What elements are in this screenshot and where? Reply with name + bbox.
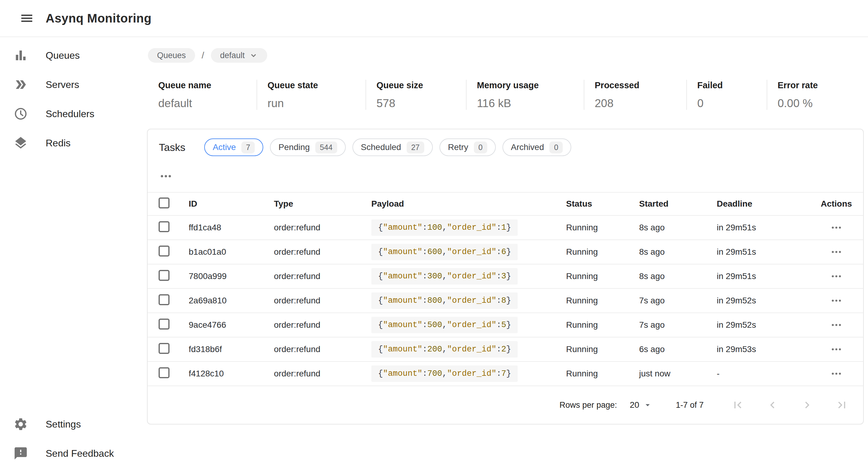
tab-count-badge: 7 bbox=[241, 142, 255, 153]
sidebar-item-redis[interactable]: Redis bbox=[0, 128, 147, 158]
table-header-row: ID Type Payload Status Started Deadline … bbox=[148, 192, 863, 215]
stat-value: 116 kB bbox=[477, 97, 584, 110]
row-actions-button[interactable] bbox=[828, 316, 845, 334]
tab-active[interactable]: Active 7 bbox=[204, 138, 263, 156]
next-page-button[interactable] bbox=[799, 397, 815, 413]
stat-label: Failed bbox=[697, 80, 767, 90]
layers-icon bbox=[13, 136, 28, 150]
row-checkbox[interactable] bbox=[159, 367, 169, 378]
row-actions-button[interactable] bbox=[828, 365, 845, 382]
task-started: 6s ago bbox=[639, 337, 717, 362]
row-checkbox[interactable] bbox=[159, 246, 169, 256]
tab-label: Scheduled bbox=[361, 143, 401, 152]
more-horiz-icon bbox=[830, 221, 842, 234]
stat-queue-name: Queue name default bbox=[158, 80, 256, 110]
more-horiz-icon bbox=[159, 169, 173, 183]
row-checkbox[interactable] bbox=[159, 221, 169, 232]
row-actions-button[interactable] bbox=[828, 268, 845, 285]
tab-label: Active bbox=[213, 143, 236, 152]
breadcrumb-queues-chip[interactable]: Queues bbox=[148, 48, 195, 63]
task-status: Running bbox=[566, 288, 639, 313]
row-actions-button[interactable] bbox=[828, 292, 845, 309]
first-page-button[interactable] bbox=[730, 397, 746, 413]
stat-label: Queue size bbox=[376, 80, 466, 90]
tasks-title: Tasks bbox=[159, 142, 185, 153]
sidebar-item-send-feedback[interactable]: Send Feedback bbox=[0, 439, 147, 468]
tab-count-badge: 0 bbox=[549, 142, 563, 153]
row-checkbox[interactable] bbox=[159, 294, 169, 305]
feedback-icon bbox=[13, 446, 28, 461]
table-row: 2a69a810 order:refund {"amount":800,"ord… bbox=[148, 288, 863, 313]
task-started: 8s ago bbox=[639, 240, 717, 264]
breadcrumb-queue-select-chip[interactable]: default bbox=[211, 48, 267, 63]
task-started: 7s ago bbox=[639, 313, 717, 337]
pagination: Rows per page: 20 1-7 of 7 bbox=[148, 386, 863, 424]
sidebar-item-servers[interactable]: Servers bbox=[0, 70, 147, 99]
row-checkbox[interactable] bbox=[159, 343, 169, 354]
first-page-icon bbox=[731, 398, 744, 412]
stat-value: 0.00 % bbox=[778, 97, 858, 110]
more-horiz-icon bbox=[830, 368, 842, 380]
row-checkbox[interactable] bbox=[159, 319, 169, 330]
tab-retry[interactable]: Retry 0 bbox=[439, 138, 496, 156]
sidebar-item-label: Queues bbox=[45, 50, 80, 61]
tab-count-badge: 544 bbox=[315, 142, 337, 153]
task-id: ffd1ca48 bbox=[189, 215, 274, 240]
breadcrumb-separator: / bbox=[202, 50, 204, 61]
more-horiz-icon bbox=[830, 246, 842, 258]
task-status: Running bbox=[566, 313, 639, 337]
tasks-table: ID Type Payload Status Started Deadline … bbox=[148, 192, 863, 386]
header-status: Status bbox=[566, 192, 639, 215]
select-all-checkbox[interactable] bbox=[159, 197, 169, 209]
stat-label: Processed bbox=[595, 80, 686, 90]
previous-page-button[interactable] bbox=[765, 397, 780, 413]
task-status: Running bbox=[566, 337, 639, 362]
table-row: b1ac01a0 order:refund {"amount":600,"ord… bbox=[148, 240, 863, 264]
menu-button[interactable] bbox=[12, 4, 41, 33]
queue-stats: Queue name default Queue state run Queue… bbox=[158, 80, 868, 110]
rows-per-page-select[interactable]: 20 bbox=[630, 400, 653, 410]
row-actions-button[interactable] bbox=[828, 243, 845, 260]
task-deadline: in 29m51s bbox=[717, 215, 810, 240]
stat-label: Queue state bbox=[268, 80, 366, 90]
task-type: order:refund bbox=[274, 264, 371, 288]
sidebar-item-schedulers[interactable]: Schedulers bbox=[0, 99, 147, 128]
task-payload: {"amount":800,"order_id":8} bbox=[371, 292, 518, 309]
tab-pending[interactable]: Pending 544 bbox=[270, 138, 345, 156]
row-actions-button[interactable] bbox=[828, 219, 845, 236]
task-id: 9ace4766 bbox=[189, 313, 274, 337]
task-payload: {"amount":600,"order_id":6} bbox=[371, 244, 518, 260]
tab-scheduled[interactable]: Scheduled 27 bbox=[352, 138, 433, 156]
row-actions-button[interactable] bbox=[828, 341, 845, 358]
tab-count-badge: 0 bbox=[474, 142, 487, 153]
header-id: ID bbox=[189, 192, 274, 215]
chevron-right-icon bbox=[800, 398, 814, 412]
sidebar-item-label: Send Feedback bbox=[45, 448, 114, 459]
task-deadline: in 29m52s bbox=[717, 288, 810, 313]
stat-value: run bbox=[268, 97, 366, 110]
stat-value: 0 bbox=[697, 97, 767, 110]
stat-label: Queue name bbox=[158, 80, 256, 90]
last-page-button[interactable] bbox=[834, 397, 850, 413]
stat-queue-state: Queue state run bbox=[256, 80, 366, 110]
task-payload: {"amount":300,"order_id":3} bbox=[371, 268, 518, 284]
sidebar-item-settings[interactable]: Settings bbox=[0, 410, 147, 439]
stat-queue-size: Queue size 578 bbox=[366, 80, 466, 110]
row-checkbox[interactable] bbox=[159, 270, 169, 281]
table-row: ffd1ca48 order:refund {"amount":100,"ord… bbox=[148, 215, 863, 240]
task-payload: {"amount":100,"order_id":1} bbox=[371, 219, 518, 236]
tab-archived[interactable]: Archived 0 bbox=[502, 138, 571, 156]
sidebar-item-queues[interactable]: Queues bbox=[0, 41, 147, 70]
task-id: fd318b6f bbox=[189, 337, 274, 362]
task-deadline: in 29m51s bbox=[717, 240, 810, 264]
chevron-down-icon bbox=[249, 51, 258, 60]
task-id: b1ac01a0 bbox=[189, 240, 274, 264]
hamburger-icon bbox=[20, 11, 34, 26]
stat-memory-usage: Memory usage 116 kB bbox=[466, 80, 584, 110]
breadcrumb-root-label: Queues bbox=[157, 51, 186, 60]
task-table-body: ffd1ca48 order:refund {"amount":100,"ord… bbox=[148, 215, 863, 386]
task-deadline: in 29m52s bbox=[717, 313, 810, 337]
table-more-options-button[interactable] bbox=[157, 167, 175, 185]
task-status: Running bbox=[566, 362, 639, 386]
double-arrow-icon bbox=[13, 77, 28, 92]
